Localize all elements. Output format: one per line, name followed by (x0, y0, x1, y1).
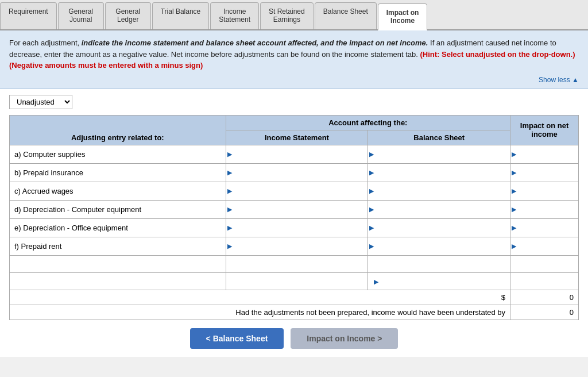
dropdown-arrow-icon: ▶ (227, 169, 232, 176)
row-e-impact-input[interactable] (515, 224, 574, 232)
row-a-balance[interactable]: ▶ (368, 145, 510, 163)
empty-cell: ▶ (368, 272, 510, 290)
info-bold-text: indicate the income statement and balanc… (82, 39, 428, 47)
dropdown-area: Unadjusted Adjusted (0, 89, 588, 115)
tab-requirement[interactable]: Requirement (0, 2, 57, 29)
row-d-label: d) Depreciation - Computer equipment (10, 200, 226, 218)
total-value[interactable] (510, 290, 579, 305)
table-row: c) Accrued wages ▶ ▶ ▶ (10, 182, 579, 200)
row-e-income[interactable]: ▶ (226, 218, 368, 237)
dropdown-arrow-icon: ▶ (374, 278, 378, 285)
row-d-impact[interactable]: ▶ (510, 200, 579, 218)
dropdown-arrow-icon: ▶ (369, 243, 374, 250)
tab-trial-balance[interactable]: Trial Balance (152, 2, 210, 29)
info-text: For each adjustment, indicate the income… (9, 37, 579, 71)
tab-general-ledger[interactable]: GeneralLedger (105, 2, 151, 29)
row-a-balance-input[interactable] (373, 150, 505, 159)
dropdown-arrow-icon: ▶ (227, 151, 232, 158)
row-a-impact[interactable]: ▶ (510, 145, 579, 163)
info-box: For each adjustment, indicate the income… (0, 30, 588, 89)
row-d-balance[interactable]: ▶ (368, 200, 510, 218)
tab-st-retained-earnings[interactable]: St RetainedEarnings (260, 2, 314, 29)
empty-row-1 (10, 255, 579, 272)
row-e-balance-input[interactable] (373, 224, 505, 232)
impact-header: Impact on netincome (510, 115, 579, 145)
adjustments-table: Adjusting entry related to: Account affe… (9, 115, 579, 320)
account-affecting-header: Account affecting the: (226, 115, 510, 130)
row-c-impact-input[interactable] (515, 187, 574, 195)
row-d-income-input[interactable] (231, 205, 363, 214)
row-e-income-input[interactable] (231, 224, 363, 232)
row-c-balance[interactable]: ▶ (368, 182, 510, 200)
tab-balance-sheet[interactable]: Balance Sheet (315, 2, 377, 29)
dropdown-arrow-icon: ▶ (512, 169, 516, 176)
row-a-label: a) Computer supplies (10, 145, 226, 163)
footer-row: Had the adjustments not been prepared, i… (10, 305, 579, 320)
row-f-impact-input[interactable] (515, 242, 574, 251)
row-c-impact[interactable]: ▶ (510, 182, 579, 200)
empty-cell (510, 272, 579, 290)
total-input[interactable] (515, 293, 574, 302)
row-e-label: e) Depreciation - Office equipment (10, 218, 226, 237)
next-button[interactable]: Impact on Income (291, 328, 398, 349)
row-b-label: b) Prepaid insurance (10, 163, 226, 182)
row-f-balance[interactable]: ▶ (368, 237, 510, 255)
empty-cell (10, 255, 226, 272)
row-a-income-input[interactable] (231, 150, 363, 159)
empty-row-2: ▶ (10, 272, 579, 290)
dollar-total-row: $ (10, 290, 579, 305)
footer-value-cell[interactable] (510, 305, 579, 320)
dropdown-arrow-icon: ▶ (512, 206, 516, 213)
row-d-income[interactable]: ▶ (226, 200, 368, 218)
dropdown-arrow-icon: ▶ (369, 151, 374, 158)
prev-button[interactable]: Balance Sheet (190, 328, 284, 349)
row-b-balance-input[interactable] (373, 168, 505, 177)
dropdown-arrow-icon: ▶ (512, 151, 516, 158)
row-c-income-input[interactable] (231, 187, 363, 195)
row-b-impact[interactable]: ▶ (510, 163, 579, 182)
table-row: a) Computer supplies ▶ ▶ ▶ (10, 145, 579, 163)
dropdown-arrow-icon: ▶ (369, 187, 374, 195)
table-row: b) Prepaid insurance ▶ ▶ ▶ (10, 163, 579, 182)
row-e-balance[interactable]: ▶ (368, 218, 510, 237)
dropdown-arrow-icon: ▶ (512, 243, 516, 250)
footer-text: Had the adjustments not been prepared, i… (10, 305, 510, 320)
row-c-income[interactable]: ▶ (226, 182, 368, 200)
row-b-income-input[interactable] (231, 168, 363, 177)
footer-value-input[interactable] (515, 308, 574, 317)
table-row: f) Prepaid rent ▶ ▶ ▶ (10, 237, 579, 255)
dropdown-arrow-icon: ▶ (227, 206, 232, 213)
row-d-balance-input[interactable] (373, 205, 505, 214)
table-container: Adjusting entry related to: Account affe… (0, 115, 588, 320)
dropdown-arrow-icon: ▶ (512, 187, 516, 195)
row-b-income[interactable]: ▶ (226, 163, 368, 182)
row-f-income-input[interactable] (231, 242, 363, 251)
row-a-income[interactable]: ▶ (226, 145, 368, 163)
table-row: e) Depreciation - Office equipment ▶ ▶ ▶ (10, 218, 579, 237)
row-d-impact-input[interactable] (515, 205, 574, 214)
row-a-impact-input[interactable] (515, 150, 574, 159)
row-e-impact[interactable]: ▶ (510, 218, 579, 237)
row-f-balance-input[interactable] (373, 242, 505, 251)
dollar-symbol: $ (501, 293, 505, 302)
dropdown-arrow-icon: ▶ (369, 224, 374, 232)
bottom-nav: Balance Sheet Impact on Income (0, 320, 588, 357)
show-less-link[interactable]: Show less ▲ (9, 76, 579, 84)
dollar-label: $ (10, 290, 510, 305)
row-b-balance[interactable]: ▶ (368, 163, 510, 182)
table-row: d) Depreciation - Computer equipment ▶ ▶… (10, 200, 579, 218)
unadjusted-dropdown[interactable]: Unadjusted Adjusted (9, 95, 72, 109)
row-f-impact[interactable]: ▶ (510, 237, 579, 255)
row-c-balance-input[interactable] (373, 187, 505, 195)
tab-income-statement[interactable]: IncomeStatement (210, 2, 259, 29)
empty-cell (510, 255, 579, 272)
tab-impact-on-income[interactable]: Impact onIncome (378, 3, 428, 30)
info-hint-text: (Hint: Select unadjusted on the drop-dow… (9, 50, 575, 70)
row-f-label: f) Prepaid rent (10, 237, 226, 255)
row-f-income[interactable]: ▶ (226, 237, 368, 255)
dropdown-arrow-icon: ▶ (227, 224, 232, 232)
tab-general-journal[interactable]: GeneralJournal (58, 2, 104, 29)
row-b-impact-input[interactable] (515, 168, 574, 177)
row-c-label: c) Accrued wages (10, 182, 226, 200)
empty-cell (368, 255, 510, 272)
